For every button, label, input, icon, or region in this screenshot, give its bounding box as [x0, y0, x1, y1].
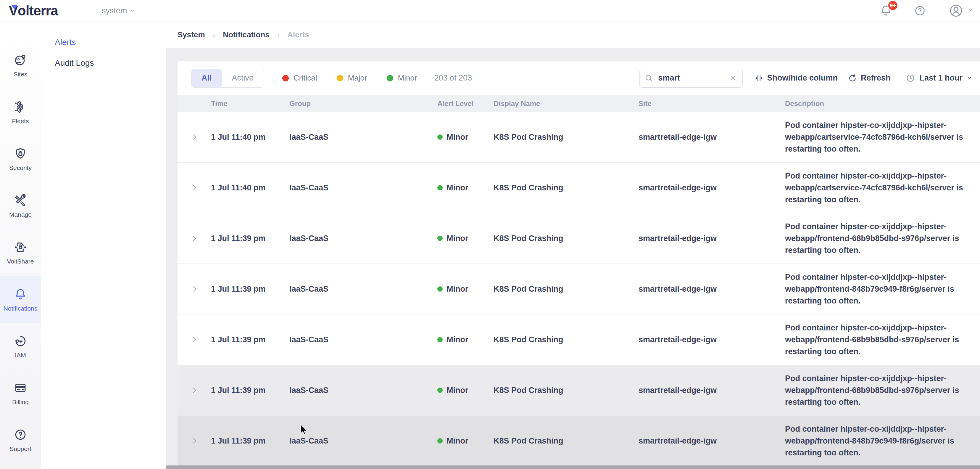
breadcrumb-item-notifications[interactable]: Notifications — [223, 30, 269, 39]
column-header-display-name: Display Name — [490, 99, 635, 108]
rail-item-label: Security — [9, 164, 32, 171]
cell-description: Pod container hipster-co-xijddjxp--hipst… — [781, 220, 980, 256]
sidebar-item-notifications[interactable]: Notifications — [0, 276, 41, 323]
clear-search-button[interactable] — [729, 74, 737, 82]
rail-item-label: Support — [10, 445, 31, 452]
cell-description: Pod container hipster-co-xijddjxp--hipst… — [781, 170, 980, 206]
columns-icon — [754, 74, 764, 83]
rail-item-label: IAM — [15, 352, 26, 359]
cell-alert-level: Minor — [433, 335, 490, 345]
legend-item-major: Major — [337, 73, 367, 83]
search-input[interactable] — [657, 73, 729, 83]
cell-group: IaaS-CaaS — [286, 234, 433, 243]
sidebar-item-manage[interactable]: Manage — [0, 182, 41, 229]
logo-text: olterra — [18, 3, 58, 19]
sidebar-item-iam[interactable]: IAM — [0, 323, 41, 370]
row-expander[interactable] — [178, 183, 207, 192]
sidebar-item-security[interactable]: Security — [0, 136, 41, 182]
sidebar-item-voltshare[interactable]: VoltShare — [0, 229, 41, 276]
cell-alert-level: Minor — [433, 386, 490, 395]
cell-time: 1 Jul 11:40 pm — [207, 132, 286, 142]
cell-time: 1 Jul 11:39 pm — [207, 436, 286, 446]
alert-level-label: Minor — [447, 234, 468, 243]
table-row[interactable]: 1 Jul 11:40 pm IaaS-CaaS Minor K8S Pod C… — [178, 162, 980, 213]
close-icon — [729, 74, 737, 82]
legend-item-critical: Critical — [282, 73, 317, 83]
time-range-dropdown[interactable]: Last 1 hour — [906, 73, 973, 83]
rail-item-label: Manage — [9, 211, 32, 218]
table-row[interactable]: 1 Jul 11:39 pm IaaS-CaaS Minor K8S Pod C… — [178, 314, 980, 365]
alert-level-label: Minor — [447, 284, 468, 294]
critical-dot-icon — [282, 75, 289, 81]
rail-item-label: VoltShare — [7, 258, 34, 265]
row-expander[interactable] — [178, 132, 207, 142]
breadcrumb-item-system[interactable]: System — [178, 30, 205, 39]
row-expander[interactable] — [178, 335, 207, 344]
chevron-right-icon — [190, 335, 199, 344]
security-icon — [14, 147, 27, 162]
severity-legend: CriticalMajorMinor — [282, 73, 417, 83]
user-menu-button[interactable] — [949, 3, 974, 18]
cell-site: smartretail-edge-igw — [635, 436, 781, 446]
sidebar-item-fleets[interactable]: Fleets — [0, 89, 41, 136]
notifications-bell-button[interactable]: 9+ — [880, 4, 892, 17]
cell-display-name: K8S Pod Crashing — [490, 132, 635, 142]
chevron-right-icon — [190, 234, 199, 243]
column-header-time: Time — [207, 99, 286, 108]
alert-level-dot — [438, 286, 443, 292]
cell-time: 1 Jul 11:39 pm — [207, 234, 286, 243]
search-icon — [644, 74, 653, 83]
row-expander[interactable] — [178, 284, 207, 294]
cell-site: smartretail-edge-igw — [635, 386, 781, 395]
column-header-description: Description — [781, 99, 980, 108]
logo-triangle-icon — [11, 5, 18, 10]
show-hide-column-button[interactable]: Show/hide column — [754, 73, 838, 83]
minor-dot-icon — [387, 75, 393, 81]
secondary-sidebar: AlertsAudit Logs — [41, 21, 166, 469]
secondary-sidebar-item-alerts[interactable]: Alerts — [41, 32, 166, 53]
cell-site: smartretail-edge-igw — [635, 284, 781, 294]
manage-icon — [14, 194, 27, 209]
volterra-logo[interactable]: Volterra — [9, 3, 58, 19]
tenant-selector[interactable]: system — [102, 6, 135, 15]
notifications-icon — [14, 287, 27, 302]
cell-description: Pod container hipster-co-xijddjxp--hipst… — [781, 372, 980, 408]
table-row[interactable]: 1 Jul 11:39 pm IaaS-CaaS Minor K8S Pod C… — [178, 415, 980, 466]
chevron-right-icon — [190, 436, 199, 445]
chevron-right-icon — [190, 386, 199, 395]
secondary-sidebar-item-audit-logs[interactable]: Audit Logs — [41, 53, 166, 73]
alert-level-label: Minor — [447, 436, 468, 446]
sites-icon — [14, 53, 27, 68]
table-header: TimeGroupAlert LevelDisplay NameSiteDesc… — [178, 95, 980, 112]
refresh-button[interactable]: Refresh — [848, 73, 891, 83]
cell-description: Pod container hipster-co-xijddjxp--hipst… — [781, 119, 980, 155]
table-row[interactable]: 1 Jul 11:39 pm IaaS-CaaS Minor K8S Pod C… — [178, 263, 980, 314]
question-circle-icon — [914, 5, 926, 17]
alert-level-label: Minor — [447, 132, 468, 142]
row-expander[interactable] — [178, 436, 207, 445]
tenant-label: system — [102, 6, 127, 15]
table-row[interactable]: 1 Jul 11:39 pm IaaS-CaaS Minor K8S Pod C… — [178, 213, 980, 263]
alert-level-dot — [438, 388, 443, 393]
breadcrumb-separator: › — [213, 30, 215, 39]
row-expander[interactable] — [178, 234, 207, 243]
clock-icon — [906, 73, 915, 83]
tab-active[interactable]: Active — [222, 69, 264, 87]
table-row[interactable]: 1 Jul 11:39 pm IaaS-CaaS Minor K8S Pod C… — [178, 365, 980, 415]
cell-site: smartretail-edge-igw — [635, 335, 781, 345]
sidebar-item-support[interactable]: Support — [0, 416, 41, 463]
table-row[interactable]: 1 Jul 11:40 pm IaaS-CaaS Minor K8S Pod C… — [178, 112, 980, 162]
help-button[interactable] — [914, 5, 926, 17]
sidebar-item-billing[interactable]: Billing — [0, 370, 41, 416]
chevron-down-icon — [130, 8, 135, 13]
alert-level-dot — [438, 134, 443, 140]
iam-icon — [14, 334, 27, 349]
app-screen: Volterra system 9+ Sites — [0, 0, 980, 469]
row-expander[interactable] — [178, 386, 207, 395]
table-body: 1 Jul 11:40 pm IaaS-CaaS Minor K8S Pod C… — [178, 112, 980, 466]
sidebar-item-sites[interactable]: Sites — [0, 42, 41, 89]
alerts-table-card: AllActive CriticalMajorMinor 203 of 203 … — [178, 61, 980, 469]
tab-all[interactable]: All — [191, 69, 222, 87]
cell-display-name: K8S Pod Crashing — [490, 284, 635, 294]
topbar-actions: 9+ — [880, 3, 974, 18]
